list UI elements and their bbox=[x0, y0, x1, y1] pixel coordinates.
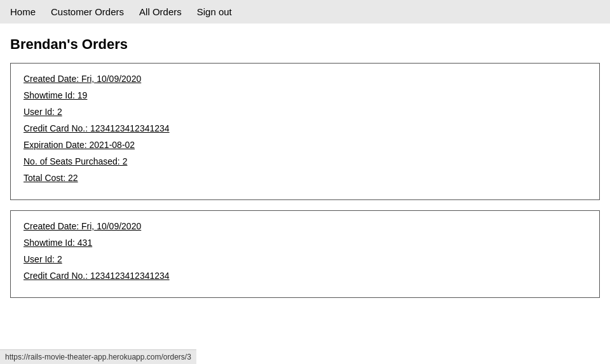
order-card-2: Created Date: Fri, 10/09/2020 Showtime I… bbox=[10, 210, 600, 298]
order-user-1: User Id: 2 bbox=[24, 107, 586, 117]
order-card-1: Created Date: Fri, 10/09/2020 Showtime I… bbox=[10, 63, 600, 200]
order-created-date-2: Created Date: Fri, 10/09/2020 bbox=[24, 221, 586, 231]
order-expiration-1: Expiration Date: 2021-08-02 bbox=[24, 140, 586, 150]
nav-sign-out[interactable]: Sign out bbox=[197, 6, 232, 17]
order-user-2: User Id: 2 bbox=[24, 254, 586, 264]
page-title: Brendan's Orders bbox=[10, 36, 600, 53]
main-content: Brendan's Orders Created Date: Fri, 10/0… bbox=[0, 24, 610, 321]
nav-customer-orders[interactable]: Customer Orders bbox=[51, 6, 124, 17]
order-total-cost-1: Total Cost: 22 bbox=[24, 173, 586, 183]
order-credit-card-2: Credit Card No.: 1234123412341234 bbox=[24, 271, 586, 281]
main-nav: Home Customer Orders All Orders Sign out bbox=[0, 0, 610, 24]
order-credit-card-1: Credit Card No.: 1234123412341234 bbox=[24, 123, 586, 133]
order-created-date-1: Created Date: Fri, 10/09/2020 bbox=[24, 74, 586, 84]
order-showtime-1: Showtime Id: 19 bbox=[24, 90, 586, 100]
nav-all-orders[interactable]: All Orders bbox=[139, 6, 182, 17]
nav-home[interactable]: Home bbox=[10, 6, 36, 17]
order-seats-1: No. of Seats Purchased: 2 bbox=[24, 156, 586, 166]
order-showtime-2: Showtime Id: 431 bbox=[24, 238, 586, 248]
